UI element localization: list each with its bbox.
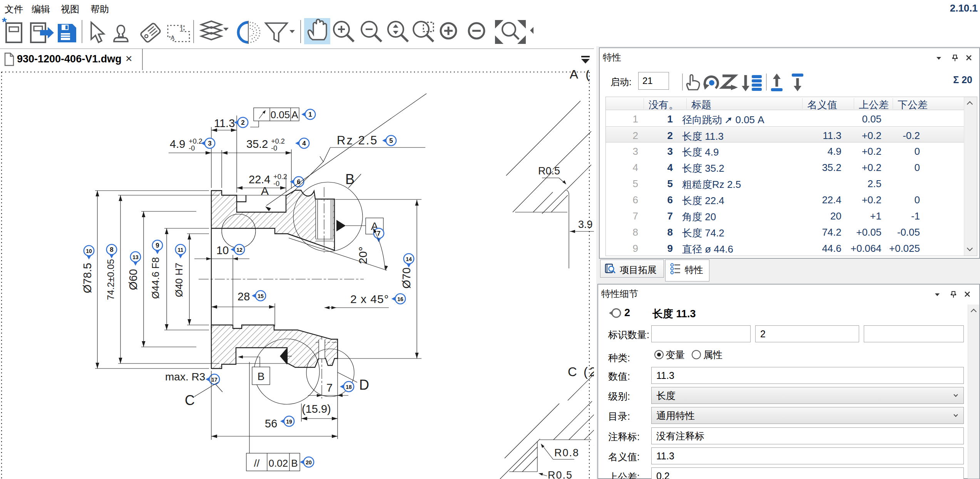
- svg-text:-0: -0: [271, 144, 277, 152]
- svg-text:12: 12: [236, 247, 242, 253]
- svg-text:28: 28: [237, 290, 250, 303]
- svg-text:3: 3: [208, 140, 211, 147]
- svg-text:2: 2: [241, 119, 244, 126]
- svg-text:56: 56: [265, 417, 277, 430]
- svg-text:Ø60: Ø60: [127, 269, 139, 290]
- svg-text:A: A: [291, 109, 298, 121]
- svg-text:B: B: [291, 457, 298, 469]
- svg-text:4: 4: [302, 140, 306, 147]
- svg-text:A: A: [171, 35, 175, 41]
- svg-text:Ø78.5: Ø78.5: [81, 263, 94, 293]
- svg-text:C: C: [185, 392, 195, 408]
- svg-text:20°: 20°: [356, 246, 369, 264]
- svg-text:17: 17: [211, 377, 217, 383]
- svg-text:22.4: 22.4: [249, 173, 270, 186]
- svg-text:*: *: [2, 16, 7, 29]
- svg-text:A (: A (: [570, 70, 592, 81]
- svg-text:A: A: [261, 184, 269, 197]
- svg-text:0.05: 0.05: [271, 109, 290, 121]
- svg-text:2 x 45°: 2 x 45°: [350, 293, 389, 305]
- svg-text:7: 7: [377, 230, 380, 237]
- svg-text:+0.2: +0.2: [273, 173, 287, 181]
- svg-text:R0.5: R0.5: [548, 469, 573, 479]
- svg-text:Ø44.6 F8: Ø44.6 F8: [150, 257, 161, 299]
- svg-text:D: D: [359, 377, 369, 393]
- svg-text:Rz 2.5: Rz 2.5: [337, 134, 378, 147]
- svg-text:0.02: 0.02: [269, 457, 288, 469]
- svg-text:B: B: [345, 171, 355, 187]
- svg-text:11.3: 11.3: [214, 117, 235, 129]
- svg-text:-0: -0: [273, 180, 279, 188]
- svg-text:+0.2: +0.2: [189, 137, 202, 145]
- svg-text:7: 7: [326, 382, 333, 394]
- svg-text:+0.2: +0.2: [271, 137, 285, 145]
- svg-text:10: 10: [86, 248, 92, 254]
- svg-text:R0.8: R0.8: [554, 447, 579, 459]
- svg-text:74.2±0.05: 74.2±0.05: [105, 259, 116, 300]
- svg-text:14: 14: [406, 256, 412, 262]
- svg-text:C (2: C (2: [568, 365, 594, 379]
- svg-text:16: 16: [397, 296, 403, 302]
- svg-text:15: 15: [258, 293, 264, 299]
- svg-text:Ø40 H7: Ø40 H7: [173, 263, 185, 297]
- svg-text:-0: -0: [189, 144, 195, 152]
- svg-text:10: 10: [216, 244, 229, 256]
- svg-text:18: 18: [346, 384, 352, 390]
- svg-text:R0.5: R0.5: [538, 165, 560, 177]
- svg-text:13: 13: [132, 254, 139, 260]
- svg-text:8: 8: [110, 246, 113, 253]
- svg-text:1: 1: [308, 111, 312, 118]
- svg-text:20: 20: [306, 459, 312, 466]
- svg-text:4.9: 4.9: [170, 138, 185, 150]
- svg-text:19: 19: [286, 419, 292, 425]
- svg-text:3.9: 3.9: [578, 219, 593, 230]
- svg-text:(15.9): (15.9): [302, 403, 331, 415]
- svg-text:1: 1: [179, 25, 184, 33]
- svg-text:35.2: 35.2: [246, 138, 268, 150]
- svg-text:B: B: [258, 370, 265, 382]
- svg-text:max. R3: max. R3: [165, 371, 205, 383]
- svg-text://: //: [254, 457, 260, 469]
- svg-text:Ø70: Ø70: [400, 268, 413, 289]
- svg-text:11: 11: [178, 247, 184, 253]
- svg-text:9: 9: [156, 242, 159, 249]
- svg-text:5: 5: [389, 137, 393, 144]
